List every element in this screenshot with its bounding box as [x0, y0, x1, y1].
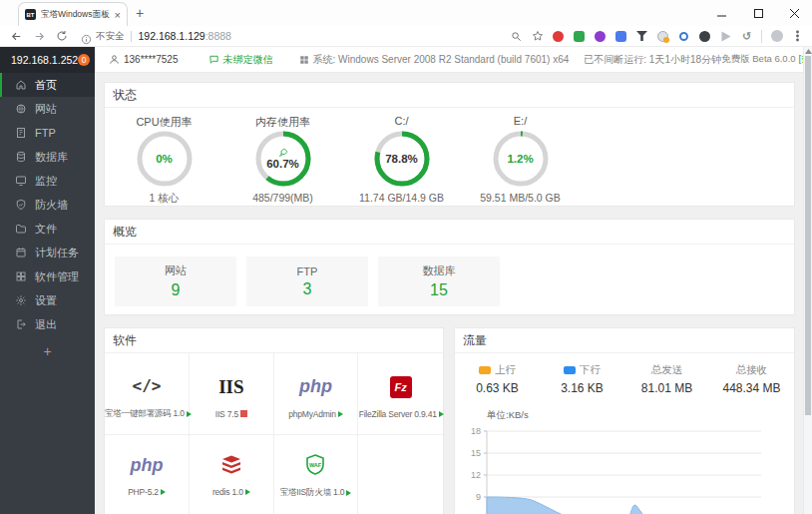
software-name[interactable]: redis 1.0: [212, 487, 243, 497]
software-item[interactable]: phpphpMyAdmin: [274, 353, 359, 435]
window-close-button[interactable]: [776, 0, 812, 26]
running-status-icon: [161, 489, 166, 495]
firewall-icon: [15, 199, 27, 211]
software-name[interactable]: 宝塔一键部署源码 1.0: [105, 408, 185, 420]
site-info-icon[interactable]: [81, 31, 92, 42]
new-tab-button[interactable]: +: [136, 5, 144, 21]
software-name[interactable]: FileZilla Server 0.9.41: [359, 409, 437, 419]
address-bar[interactable]: 不安全 192.168.1.129 :8888: [77, 27, 506, 45]
ext-q-icon[interactable]: [656, 30, 669, 43]
adblock-icon[interactable]: [552, 30, 565, 43]
window-maximize-button[interactable]: [740, 0, 776, 26]
ext-purple-icon[interactable]: [594, 30, 607, 43]
reload-button[interactable]: [54, 28, 70, 44]
stat-label: 总发送: [651, 363, 683, 377]
logout-icon: [15, 318, 27, 330]
stat-label: 上行: [495, 363, 516, 377]
sidebar-item-label: 设置: [35, 293, 57, 308]
traffic-stat-3: 总接收448.34 MB: [709, 363, 794, 395]
stopped-status-icon: [240, 410, 247, 417]
software-item[interactable]: FzFileZilla Server 0.9.41: [358, 353, 443, 435]
gauge-0: CPU使用率0%1 核心: [105, 115, 223, 206]
sidebar-item-label: 网站: [35, 102, 57, 117]
gauge-value: 0%: [156, 153, 173, 165]
software-item[interactable]: phpPHP-5.2: [105, 435, 190, 514]
overview-panel: 概览 网站9FTP3数据库15: [104, 219, 795, 315]
back-button[interactable]: [8, 28, 24, 44]
gauge-label: E:/: [514, 115, 527, 130]
chrome-menu-icon[interactable]: [791, 30, 804, 43]
ext-green-icon[interactable]: [573, 30, 586, 43]
tab-title: 宝塔Windows面板: [41, 9, 112, 21]
code-icon: </>: [133, 376, 162, 395]
message-count-badge[interactable]: 0: [78, 54, 90, 66]
overview-box-ftp[interactable]: FTP3: [246, 257, 368, 306]
cron-icon: [15, 247, 27, 258]
sidebar-item-site[interactable]: 网站: [0, 97, 95, 121]
ext-funnel-icon[interactable]: [635, 30, 648, 43]
browser-tab[interactable]: BT 宝塔Windows面板 ×: [18, 2, 128, 26]
sidebar-item-files[interactable]: 文件: [0, 217, 95, 241]
sidebar-add-button[interactable]: +: [0, 343, 95, 359]
sidebar-item-home[interactable]: 首页: [0, 73, 95, 97]
stat-value: 448.34 MB: [722, 381, 780, 395]
windows-icon: [299, 55, 309, 65]
overview-count: 15: [430, 281, 448, 299]
svg-text:12: 12: [471, 470, 481, 480]
server-ip-header[interactable]: 192.168.1.252 0: [0, 47, 95, 73]
sidebar-item-cron[interactable]: 计划任务: [0, 241, 95, 264]
toolbar-icons: ↺: [510, 30, 804, 43]
zoom-icon[interactable]: [510, 30, 523, 43]
overview-box-databases[interactable]: 数据库15: [378, 257, 500, 306]
ext-dark-icon[interactable]: [698, 30, 711, 43]
tab-close-icon[interactable]: ×: [115, 9, 121, 21]
software-panel: 软件 </>宝塔一键部署源码 1.0IISIIS 7.5phpphpMyAdmi…: [104, 327, 444, 514]
wechat-bind-link[interactable]: 未绑定微信: [208, 53, 273, 67]
home-icon: [15, 79, 27, 91]
sidebar-item-label: 计划任务: [35, 246, 79, 260]
forward-button[interactable]: [31, 28, 47, 44]
chart-unit-label: 单位:KB/s: [487, 409, 794, 422]
sidebar-item-label: 文件: [35, 222, 57, 237]
sidebar-item-firewall[interactable]: 防火墙: [0, 193, 95, 217]
main-content: 状态 CPU使用率0%1 核心内存使用率60.7%485/799(MB)C:/7…: [95, 73, 812, 514]
sidebar-item-logout[interactable]: 退出: [0, 312, 95, 336]
overview-box-sites[interactable]: 网站9: [115, 257, 236, 306]
sidebar-item-settings[interactable]: 设置: [0, 288, 95, 312]
ext-undo-icon[interactable]: ↺: [740, 30, 753, 43]
panel-topbar: 192.168.1.252 0 136****7525 未绑定微信 系统: Wi…: [0, 47, 812, 73]
profile-avatar-icon[interactable]: [770, 30, 783, 43]
browser-scrollbar[interactable]: [803, 47, 812, 514]
svg-text:18: 18: [471, 428, 481, 436]
sidebar: 首页网站FTP数据库监控防火墙文件计划任务软件管理设置退出 +: [0, 73, 95, 514]
sidebar-item-soft[interactable]: 软件管理: [0, 264, 95, 288]
browser-toolbar: 不安全 192.168.1.129 :8888 ↺: [0, 26, 812, 47]
window-minimize-button[interactable]: [704, 0, 740, 26]
sidebar-item-label: 监控: [35, 174, 57, 189]
ext-ring-icon[interactable]: [677, 30, 690, 43]
sidebar-item-ftp[interactable]: FTP: [0, 121, 95, 145]
scrollbar-thumb[interactable]: [805, 56, 811, 415]
software-item[interactable]: </>宝塔一键部署源码 1.0: [105, 353, 190, 435]
traffic-panel: 流量 上行0.63 KB下行3.16 KB总发送81.01 MB总接收448.3…: [454, 327, 795, 514]
ext-cursor-icon[interactable]: [719, 30, 732, 43]
software-item[interactable]: IISIIS 7.5: [190, 353, 274, 435]
free-memory-rocket-icon[interactable]: [278, 148, 288, 158]
ext-blue-icon[interactable]: [614, 30, 627, 43]
url-host: 192.168.1.129: [139, 30, 205, 42]
software-name[interactable]: 宝塔IIS防火墙 1.0: [280, 487, 345, 499]
monitor-icon: [15, 175, 27, 187]
account-item[interactable]: 136****7525: [109, 54, 179, 65]
sidebar-item-database[interactable]: 数据库: [0, 145, 95, 169]
gauge-label: C:/: [394, 115, 408, 130]
software-item[interactable]: redis 1.0: [190, 435, 274, 514]
stat-label: 下行: [580, 363, 601, 377]
scrollbar-up-arrow[interactable]: [804, 47, 812, 56]
php-icon: php: [299, 376, 332, 397]
software-name[interactable]: PHP-5.2: [128, 487, 159, 497]
software-name[interactable]: phpMyAdmin: [288, 409, 336, 419]
sidebar-item-monitor[interactable]: 监控: [0, 169, 95, 193]
bookmark-star-icon[interactable]: [531, 30, 544, 43]
software-item[interactable]: WAF宝塔IIS防火墙 1.0: [274, 435, 359, 514]
software-name[interactable]: IIS 7.5: [215, 409, 238, 419]
